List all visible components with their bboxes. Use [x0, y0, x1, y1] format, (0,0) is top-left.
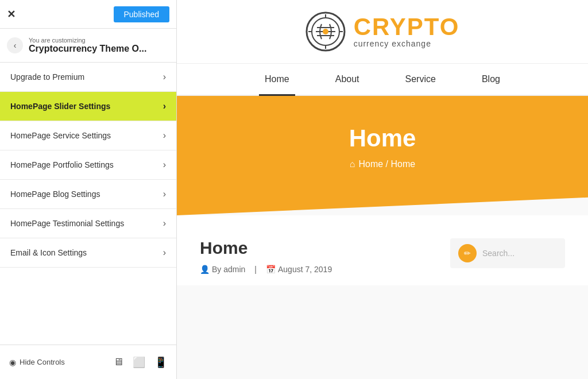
hero-breadcrumb: ⌂ Home / Home — [200, 159, 565, 169]
menu-item-email-icon[interactable]: Email & Icon Settings› — [0, 238, 176, 268]
author-label: By admin — [212, 265, 245, 274]
menu-item-upgrade[interactable]: Upgrade to Premium› — [0, 63, 176, 92]
right-panel: CRYPTO currency exchange HomeAboutServic… — [177, 0, 588, 379]
logo-crypto-text: CRYPTO — [354, 15, 460, 39]
svg-point-5 — [323, 29, 328, 34]
menu-item-label: HomePage Portfolio Settings — [10, 160, 114, 169]
circle-icon: ◉ — [9, 358, 16, 367]
desktop-icon[interactable]: 🖥 — [113, 356, 123, 369]
nav-item-home[interactable]: Home — [259, 64, 295, 95]
menu-item-label: HomePage Blog Settings — [10, 190, 100, 199]
menu-item-label: HomePage Service Settings — [10, 131, 111, 140]
post-author: 👤 By admin — [200, 265, 245, 274]
customizing-theme-name: Cryptocurrency Theme O... — [29, 44, 146, 54]
content-area: Home 👤 By admin | 📅 August 7, 2019 ✏ Sea… — [177, 215, 588, 285]
menu-item-service[interactable]: HomePage Service Settings› — [0, 121, 176, 150]
date-label: August 7, 2019 — [278, 265, 332, 274]
hero-title: Home — [200, 125, 565, 152]
menu-item-slider[interactable]: HomePage Slider Settings› — [0, 92, 176, 121]
search-box: ✏ Search... — [450, 238, 565, 268]
menu-item-label: HomePage Slider Settings — [10, 102, 110, 111]
device-icons: 🖥 ⬜ 📱 — [113, 356, 167, 369]
left-panel: ✕ Published ‹ You are customizing Crypto… — [0, 0, 177, 379]
menu-item-label: Email & Icon Settings — [10, 248, 87, 257]
top-bar: ✕ Published — [0, 0, 176, 29]
post-title: Home — [200, 238, 433, 258]
customizing-text: You are customizing Cryptocurrency Theme… — [29, 37, 146, 54]
logo-sub-text: currency exchange — [354, 39, 460, 48]
main-content: Home 👤 By admin | 📅 August 7, 2019 — [200, 238, 450, 274]
site-nav: HomeAboutServiceBlog — [177, 64, 588, 96]
site-header: CRYPTO currency exchange — [177, 0, 588, 64]
menu-item-portfolio[interactable]: HomePage Portfolio Settings› — [0, 150, 176, 180]
post-separator: | — [254, 265, 257, 274]
nav-item-about[interactable]: About — [330, 64, 365, 95]
home-breadcrumb-icon: ⌂ — [350, 159, 355, 169]
chevron-right-icon: › — [163, 160, 166, 170]
chevron-right-icon: › — [163, 130, 166, 141]
chevron-right-icon: › — [163, 72, 166, 82]
back-arrow-button[interactable]: ‹ — [7, 37, 23, 53]
post-meta: 👤 By admin | 📅 August 7, 2019 — [200, 265, 433, 274]
search-icon: ✏ — [464, 249, 471, 258]
chevron-right-icon: › — [163, 218, 166, 229]
bottom-bar: ◉ Hide Controls 🖥 ⬜ 📱 — [0, 345, 176, 379]
mobile-icon[interactable]: 📱 — [154, 356, 167, 369]
menu-item-blog[interactable]: HomePage Blog Settings› — [0, 180, 176, 209]
author-icon: 👤 — [200, 265, 210, 274]
hide-controls-label: Hide Controls — [20, 358, 65, 366]
close-button[interactable]: ✕ — [7, 8, 16, 21]
chevron-right-icon: › — [163, 189, 166, 199]
menu-item-label: HomePage Testimonial Settings — [10, 219, 124, 228]
date-icon: 📅 — [266, 265, 276, 274]
sidebar: ✏ Search... — [450, 238, 565, 274]
chevron-right-icon: › — [163, 101, 166, 111]
post-date: 📅 August 7, 2019 — [266, 265, 332, 274]
chevron-right-icon: › — [163, 247, 166, 258]
nav-item-service[interactable]: Service — [400, 64, 442, 95]
menu-item-testimonial[interactable]: HomePage Testimonial Settings› — [0, 209, 176, 238]
customizing-label: You are customizing — [29, 37, 146, 44]
breadcrumb-path: Home / Home — [358, 159, 415, 169]
search-icon-circle: ✏ — [458, 244, 477, 262]
hero-banner: Home ⌂ Home / Home — [177, 96, 588, 215]
hide-controls-button[interactable]: ◉ Hide Controls — [9, 358, 65, 367]
logo-icon — [305, 11, 346, 52]
menu-list: Upgrade to Premium›HomePage Slider Setti… — [0, 63, 176, 345]
menu-item-label: Upgrade to Premium — [10, 72, 84, 82]
nav-item-blog[interactable]: Blog — [476, 64, 506, 95]
logo-text: CRYPTO currency exchange — [354, 15, 460, 48]
customizing-header: ‹ You are customizing Cryptocurrency The… — [0, 29, 176, 63]
published-button[interactable]: Published — [114, 6, 170, 22]
search-placeholder: Search... — [482, 249, 514, 258]
tablet-icon[interactable]: ⬜ — [133, 356, 145, 369]
logo-container: CRYPTO currency exchange — [305, 11, 460, 52]
